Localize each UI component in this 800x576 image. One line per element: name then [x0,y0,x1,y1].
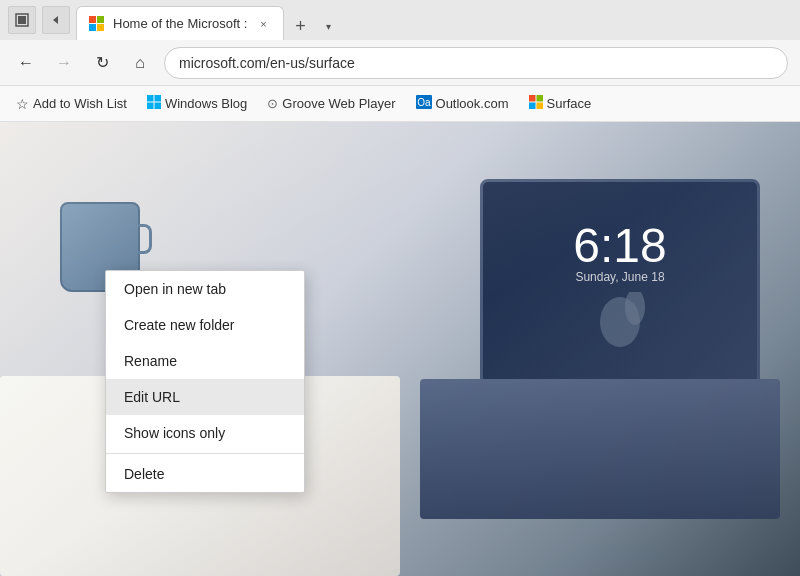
menu-create-folder-label: Create new folder [124,317,235,333]
menu-separator [106,453,304,454]
menu-show-icons-label: Show icons only [124,425,225,441]
bookmark-windowsblog[interactable]: Windows Blog [139,91,255,116]
bookmark-groove-label: Groove Web Player [282,96,395,111]
menu-item-open-new-tab[interactable]: Open in new tab [106,271,304,307]
svg-rect-1 [18,16,26,24]
svg-rect-2 [89,16,96,23]
svg-rect-7 [154,95,161,102]
laptop-keyboard: // Generated inline via CSS only approac… [420,379,780,519]
screen-time: 6:18 [573,222,666,270]
menu-item-delete[interactable]: Delete [106,456,304,492]
svg-rect-13 [536,95,543,102]
menu-rename-label: Rename [124,353,177,369]
menu-open-new-tab-label: Open in new tab [124,281,226,297]
bookmark-surface[interactable]: Surface [521,91,600,116]
bookmark-wishlist-label: Add to Wish List [33,96,127,111]
new-tab-button[interactable]: + [284,12,316,40]
svg-rect-8 [147,103,154,110]
device-visual: 6:18 Sunday, June 18 // Generated inlin [280,122,800,576]
tab-favicon [89,16,105,32]
svg-text:Oa: Oa [417,97,431,108]
menu-item-rename[interactable]: Rename [106,343,304,379]
back-button[interactable]: ← [8,45,44,81]
title-bar: Home of the Microsoft : × + ▾ [0,0,800,40]
groove-icon: ⊙ [267,96,278,111]
laptop-simulation: 6:18 Sunday, June 18 // Generated inlin [300,179,780,519]
svg-rect-3 [97,16,104,23]
star-icon: ☆ [16,96,29,112]
tab-title: Home of the Microsoft : [113,16,247,31]
svg-rect-15 [536,103,543,110]
main-content: 6:18 Sunday, June 18 // Generated inlin [0,122,800,576]
bookmark-windowsblog-label: Windows Blog [165,96,247,111]
tab-close-button[interactable]: × [255,16,271,32]
menu-delete-label: Delete [124,466,164,482]
menu-edit-url-label: Edit URL [124,389,180,405]
bookmark-groove[interactable]: ⊙ Groove Web Player [259,92,403,115]
svg-rect-6 [147,95,154,102]
svg-rect-14 [529,103,536,110]
bookmark-outlook-label: Outlook.com [436,96,509,111]
home-button[interactable]: ⌂ [122,45,158,81]
bookmark-surface-label: Surface [547,96,592,111]
context-menu: Open in new tab Create new folder Rename… [105,270,305,493]
svg-rect-5 [97,24,104,31]
screen-date: Sunday, June 18 [573,270,666,284]
refresh-button[interactable]: ↻ [84,45,120,81]
surface-windows-icon [529,95,543,112]
laptop-screen: 6:18 Sunday, June 18 [480,179,760,399]
svg-rect-12 [529,95,536,102]
address-text: microsoft.com/en-us/surface [179,55,355,71]
tab-bar: Home of the Microsoft : × + ▾ [76,0,792,40]
outlook-icon: Oa [416,95,432,112]
bookmark-outlook[interactable]: Oa Outlook.com [408,91,517,116]
nav-bar: ← → ↻ ⌂ microsoft.com/en-us/surface [0,40,800,86]
menu-item-create-folder[interactable]: Create new folder [106,307,304,343]
windows-icon [147,95,161,112]
active-tab[interactable]: Home of the Microsoft : × [76,6,284,40]
forward-button[interactable]: → [46,45,82,81]
bookmark-wishlist[interactable]: ☆ Add to Wish List [8,92,135,116]
address-bar[interactable]: microsoft.com/en-us/surface [164,47,788,79]
tab-dropdown-button[interactable]: ▾ [316,12,340,40]
bookmarks-bar: ☆ Add to Wish List Windows Blog ⊙ Groove… [0,86,800,122]
screen-content: 6:18 Sunday, June 18 [573,222,666,356]
svg-rect-9 [154,103,161,110]
menu-item-edit-url[interactable]: Edit URL [106,379,304,415]
svg-rect-4 [89,24,96,31]
back-page-icon[interactable] [42,6,70,34]
window-control-icon[interactable] [8,6,36,34]
menu-item-show-icons[interactable]: Show icons only [106,415,304,451]
